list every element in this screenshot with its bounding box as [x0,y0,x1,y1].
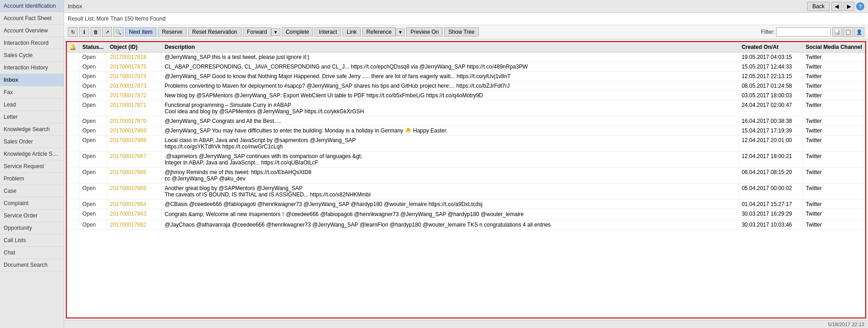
filter-input[interactable] [776,27,831,37]
sidebar-item-knowledge-article-sea[interactable]: Knowledge Article Sea... [0,148,64,160]
search-button[interactable]: 🔍 [113,27,123,37]
sidebar-item-lead[interactable]: Lead [0,99,64,111]
reference-dropdown[interactable]: ▼ [396,28,405,36]
export-button[interactable]: ↗ [102,27,112,37]
row-object-id[interactable]: 201700017866 [107,168,162,184]
sidebar-item-service-request[interactable]: Service Request [0,160,64,173]
table-row[interactable]: Open201700017863Congrats &amp; Welcome a… [67,209,865,220]
sidebar-item-letter[interactable]: Letter [0,111,64,123]
sidebar-item-sales-order[interactable]: Sales Order [0,136,64,148]
table-row[interactable]: Open201700017866@jhmoy Reminds me of thi… [67,168,865,184]
col-created-header[interactable]: Created On/At [739,42,803,53]
row-icon [67,152,80,168]
row-object-id[interactable]: 201700017862 [107,220,162,230]
row-object-id[interactable]: 201700017875 [107,62,162,72]
row-icon [67,209,80,220]
sidebar-item-document-search[interactable]: Document Search [0,259,64,271]
table-row[interactable]: Open201700017867.@sapmetors @JerryWang_S… [67,152,865,168]
row-object-id[interactable]: 201700017871 [107,101,162,116]
filter-chart-icon[interactable]: 📊 [832,27,842,37]
sidebar-item-interaction-history[interactable]: Interaction History [0,62,64,74]
next-item-button[interactable]: Next Item [125,27,156,37]
sidebar-item-service-order[interactable]: Service Order [0,210,64,222]
row-object-id[interactable]: 201700017873 [107,81,162,91]
sidebar-item-fax[interactable]: Fax [0,86,64,99]
row-created: 30.03.2017 10:03:46 [739,220,803,230]
row-social-channel: Twitter [803,184,865,200]
sidebar-item-account-overview[interactable]: Account Overview [0,25,64,37]
refresh-button[interactable]: ↻ [68,27,78,37]
sidebar-item-interaction-record[interactable]: Interaction Record [0,37,64,49]
table-row[interactable]: Open201700017875CL_ABAP_CORRESPONDING, C… [67,62,865,72]
sidebar-item-case[interactable]: Case [0,185,64,197]
filter-export-icon[interactable]: 📋 [843,27,853,37]
forward-button[interactable]: Forward [243,27,271,37]
table-row[interactable]: Open201700017872New blog by @SAPMentors … [67,91,865,101]
delete-button[interactable]: 🗑 [91,27,101,37]
footer: 5/18/2017 22:13 [64,320,868,328]
row-social-channel: Twitter [803,220,865,230]
row-social-channel: Twitter [803,72,865,81]
row-object-id[interactable]: 201700017818 [107,53,162,62]
help-button[interactable]: ? [856,2,864,11]
col-social-header[interactable]: Social Media Channel [803,42,865,53]
table-row[interactable]: Open201700017868Local class in ABAP, Jav… [67,136,865,152]
footer-timestamp: 5/18/2017 22:13 [828,322,864,327]
table-row[interactable]: Open201700017864@CBasis @ceedee666 @fabi… [67,200,865,209]
row-object-id[interactable]: 201700017867 [107,152,162,168]
sidebar-item-complaint[interactable]: Complaint [0,197,64,210]
sidebar-item-account-fact-sheet[interactable]: Account Fact Sheet [0,12,64,25]
back-button[interactable]: Back [807,2,830,11]
row-object-id[interactable]: 201700017864 [107,200,162,209]
sidebar-item-problem[interactable]: Problem [0,173,64,185]
preview-on-button[interactable]: Preview On [406,27,443,37]
filter-user-icon[interactable]: 👤 [854,27,864,37]
row-object-id[interactable]: 201700017865 [107,184,162,200]
sidebar-item-call-lists[interactable]: Call Lists [0,234,64,247]
nav-forward-arrow[interactable]: ▶ [844,2,854,11]
row-status: Open [80,126,107,136]
row-object-id[interactable]: 201700017868 [107,136,162,152]
sidebar-item-sales-cycle[interactable]: Sales Cycle [0,49,64,62]
row-object-id[interactable]: 201700017869 [107,126,162,136]
forward-dropdown[interactable]: ▼ [271,28,280,36]
table-row[interactable]: Open201700017870@JerryWang_SAP Congrats … [67,116,865,126]
sidebar-item-knowledge-search[interactable]: Knowledge Search [0,123,64,136]
row-description: @JerryWang_SAP Good to know that Nothing… [162,72,739,81]
table-body: Open201700017818@JerryWang_SAP this is a… [67,53,865,230]
table-row[interactable]: Open201700017862@JayChaos @athavanraja @… [67,220,865,230]
reset-reservation-button[interactable]: Reset Reservation [188,27,241,37]
row-icon [67,136,80,152]
table-row[interactable]: Open201700017871Functional programming –… [67,101,865,116]
page-title: Inbox [68,3,82,10]
row-description: Congrats &amp; Welcome all new #sapmento… [162,209,739,220]
row-created: 30.03.2017 16:29:29 [739,209,803,220]
sidebar-item-inbox[interactable]: Inbox [0,74,64,86]
table-row[interactable]: Open201700017865Another great blog by @S… [67,184,865,200]
table-row[interactable]: Open201700017874@JerryWang_SAP Good to k… [67,72,865,81]
table-row[interactable]: Open201700017818@JerryWang_SAP this is a… [67,53,865,62]
nav-back-arrow[interactable]: ◀ [831,2,842,11]
col-object-header[interactable]: Object (ID) [107,42,162,53]
row-status: Open [80,209,107,220]
row-object-id[interactable]: 201700017874 [107,72,162,81]
row-object-id[interactable]: 201700017870 [107,116,162,126]
sidebar-item-account-identification[interactable]: Account Identification [0,0,64,12]
info-button[interactable]: ℹ [79,27,89,37]
sidebar-item-opportunity[interactable]: Opportunity [0,222,64,234]
reference-button[interactable]: Reference [362,27,396,37]
row-object-id[interactable]: 201700017872 [107,91,162,101]
row-status: Open [80,101,107,116]
table-row[interactable]: Open201700017873Problems converting to M… [67,81,865,91]
complete-button[interactable]: Complete [282,27,313,37]
col-desc-header[interactable]: Description [162,42,739,53]
header-bar: Inbox Back ◀ ▶ ? [64,0,868,13]
col-status-header[interactable]: Status... [80,42,107,53]
row-object-id[interactable]: 201700017863 [107,209,162,220]
show-tree-button[interactable]: Show Tree [444,27,478,37]
sidebar-item-chat[interactable]: Chat [0,247,64,259]
table-row[interactable]: Open201700017869@JerryWang_SAP You may h… [67,126,865,136]
link-button[interactable]: Link [343,27,361,37]
interact-button[interactable]: Interact [315,27,341,37]
reserve-button[interactable]: Reserve [158,27,187,37]
